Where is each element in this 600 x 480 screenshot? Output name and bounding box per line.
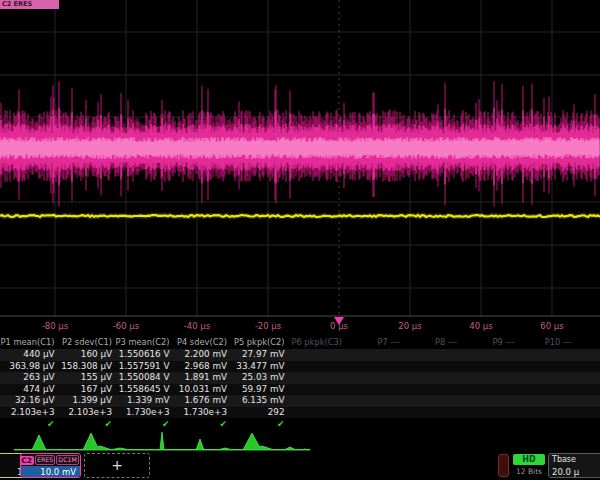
measurement-value: 2.968 mV bbox=[173, 361, 231, 373]
measurement-value: 263 µV bbox=[0, 372, 58, 384]
measurement-value bbox=[518, 384, 576, 396]
measurement-row: 363.98 µV158.308 µV1.557591 V2.968 mV33.… bbox=[0, 361, 600, 373]
measurement-value: 167 µV bbox=[58, 384, 116, 396]
param-header[interactable]: P3 mean(C2) bbox=[115, 336, 173, 349]
measurement-value bbox=[288, 349, 346, 361]
measurement-value: 2.103e+3 bbox=[0, 407, 58, 419]
c2-eres-badge: ERES bbox=[35, 455, 55, 465]
measurement-value: 1.550616 V bbox=[115, 349, 173, 361]
measurement-value: 1.558645 V bbox=[115, 384, 173, 396]
timebase-title: Tbase bbox=[549, 454, 600, 466]
measurement-value bbox=[403, 395, 461, 407]
param-header[interactable]: P11 bbox=[575, 336, 600, 349]
time-axis: -100 µs-80 µs-60 µs-40 µs-20 µs0 µs20 µs… bbox=[0, 318, 600, 335]
measurement-value bbox=[518, 349, 576, 361]
param-header[interactable]: P6 pkpk(C3) bbox=[288, 336, 346, 349]
measurement-value: 1.557591 V bbox=[115, 361, 173, 373]
measurement-value bbox=[575, 349, 600, 361]
timebase-descriptor[interactable]: Tbase 20.0 µ bbox=[548, 453, 600, 478]
param-header[interactable]: P8 --- bbox=[403, 336, 461, 349]
measurement-value: 160 µV bbox=[58, 349, 116, 361]
measurement-value bbox=[345, 361, 403, 373]
measurement-value: 1.399 µV bbox=[58, 395, 116, 407]
histogram-path bbox=[14, 432, 310, 450]
measurement-value: 59.97 mV bbox=[230, 384, 288, 396]
c2-channel-chip: C2 bbox=[20, 456, 34, 465]
measurement-value bbox=[403, 384, 461, 396]
measurement-row: 440 µV160 µV1.550616 V2.200 mV27.97 mV bbox=[0, 349, 600, 361]
time-axis-label: -40 µs bbox=[184, 321, 210, 331]
measurement-row: 263 µV155 µV1.550084 V1.891 mV25.03 mV bbox=[0, 372, 600, 384]
measurement-value bbox=[518, 395, 576, 407]
measurement-value bbox=[345, 384, 403, 396]
measurement-value bbox=[518, 361, 576, 373]
measurement-value: 363.98 µV bbox=[0, 361, 58, 373]
measurement-value: 2.200 mV bbox=[173, 349, 231, 361]
oscilloscope-screen: C2 ERES -100 µs-80 µs-60 µs-40 µs-20 µs0… bbox=[0, 0, 600, 480]
measurement-value bbox=[288, 384, 346, 396]
measurement-value bbox=[575, 384, 600, 396]
measurement-value bbox=[345, 407, 403, 419]
measurement-value: 1.550084 V bbox=[115, 372, 173, 384]
bottom-toolbar: DC1M 10.0 mV C2 ERES DC1M 10.0 mV + HD 1… bbox=[0, 452, 600, 480]
hd-mode-badge[interactable]: HD bbox=[513, 454, 545, 465]
trace-label-chip[interactable]: C2 ERES bbox=[0, 0, 59, 9]
measurement-value: 1.891 mV bbox=[173, 372, 231, 384]
measurement-value bbox=[288, 372, 346, 384]
measurement-value bbox=[575, 395, 600, 407]
measurement-value: 32.16 µV bbox=[0, 395, 58, 407]
param-header[interactable]: P7 --- bbox=[345, 336, 403, 349]
time-axis-label: 20 µs bbox=[398, 321, 421, 331]
measurement-value bbox=[460, 395, 518, 407]
measurement-value: 27.97 mV bbox=[230, 349, 288, 361]
c2-scale-value: 10.0 mV bbox=[21, 466, 80, 478]
measurement-value bbox=[403, 361, 461, 373]
measurement-value: 158.308 µV bbox=[58, 361, 116, 373]
timebase-value: 20.0 µ bbox=[549, 466, 600, 478]
measurement-value bbox=[288, 407, 346, 419]
measurement-value: 440 µV bbox=[0, 349, 58, 361]
measurement-value bbox=[460, 349, 518, 361]
measurement-value: 6.135 mV bbox=[230, 395, 288, 407]
param-header[interactable]: P9 --- bbox=[460, 336, 518, 349]
measurement-value bbox=[460, 361, 518, 373]
hd-bits-label: 12 Bits bbox=[511, 467, 547, 476]
measurement-value bbox=[575, 372, 600, 384]
measurement-value: 25.03 mV bbox=[230, 372, 288, 384]
measurement-row: 32.16 µV1.399 µV1.339 mV1.676 mV6.135 mV bbox=[0, 395, 600, 407]
measurement-value bbox=[345, 395, 403, 407]
histogram-trace bbox=[0, 428, 600, 455]
measurement-value: 292 bbox=[230, 407, 288, 419]
measurement-value: 10.031 mV bbox=[173, 384, 231, 396]
measurement-value bbox=[460, 372, 518, 384]
add-trace-button[interactable]: + bbox=[84, 453, 150, 478]
measurement-value: 474 µV bbox=[0, 384, 58, 396]
measurement-value bbox=[403, 349, 461, 361]
measurement-value: 1.339 mV bbox=[115, 395, 173, 407]
time-axis-label: -20 µs bbox=[255, 321, 281, 331]
trigger-descriptor-partial[interactable] bbox=[498, 454, 509, 477]
measurement-value bbox=[460, 384, 518, 396]
time-axis-label: -60 µs bbox=[113, 321, 139, 331]
measurement-value bbox=[403, 407, 461, 419]
measurement-row: 2.103e+32.103e+31.730e+31.730e+3292 bbox=[0, 407, 600, 419]
measurement-value: 1.730e+3 bbox=[173, 407, 231, 419]
measurement-value bbox=[288, 395, 346, 407]
measurement-value: 33.477 mV bbox=[230, 361, 288, 373]
measurement-table: P1 mean(C1)P2 sdev(C1)P3 mean(C2)P4 sdev… bbox=[0, 336, 600, 430]
param-header[interactable]: P10 --- bbox=[518, 336, 576, 349]
measurement-value bbox=[345, 349, 403, 361]
param-header[interactable]: P4 sdev(C2) bbox=[173, 336, 231, 349]
measurement-value: 1.730e+3 bbox=[115, 407, 173, 419]
param-header[interactable]: P2 sdev(C1) bbox=[58, 336, 116, 349]
measurement-value: 2.103e+3 bbox=[58, 407, 116, 419]
time-axis-label: 60 µs bbox=[540, 321, 563, 331]
param-header[interactable]: P1 mean(C1) bbox=[0, 336, 58, 349]
measurement-header-row: P1 mean(C1)P2 sdev(C1)P3 mean(C2)P4 sdev… bbox=[0, 336, 600, 349]
measurement-value bbox=[403, 372, 461, 384]
param-header[interactable]: P5 pkpk(C2) bbox=[230, 336, 288, 349]
channel-c2-descriptor[interactable]: C2 ERES DC1M 10.0 mV bbox=[20, 453, 81, 478]
measurement-row: 474 µV167 µV1.558645 V10.031 mV59.97 mV bbox=[0, 384, 600, 396]
measurement-value bbox=[575, 407, 600, 419]
time-axis-label: -80 µs bbox=[42, 321, 68, 331]
